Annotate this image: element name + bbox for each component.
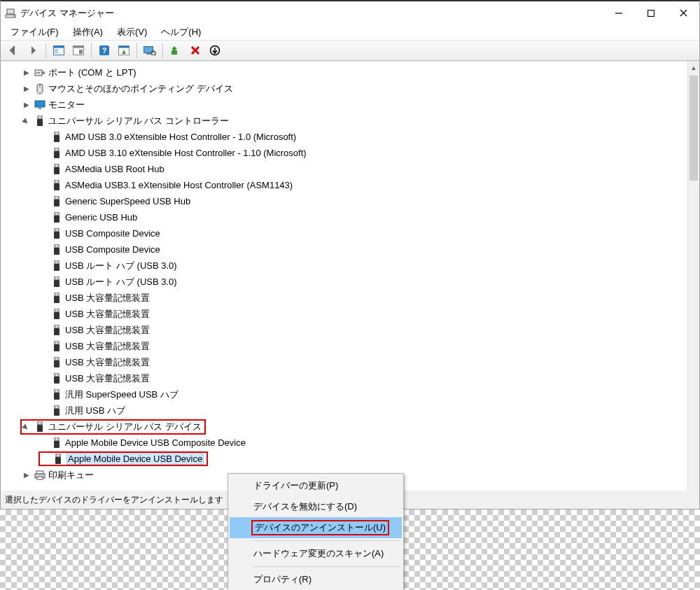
- update-driver-button[interactable]: [167, 42, 185, 59]
- tree-label: Apple Mobile Device USB Composite Device: [65, 437, 246, 448]
- close-button[interactable]: [667, 1, 699, 24]
- status-text: 選択したデバイスのドライバーをアンインストールします: [5, 494, 223, 506]
- svg-rect-74: [54, 441, 59, 448]
- tree-node-usb-child[interactable]: USB 大容量記憶装置: [6, 290, 687, 306]
- svg-rect-52: [54, 264, 59, 271]
- svg-rect-42: [54, 183, 59, 190]
- tree-node-usb-devices[interactable]: ▶ ユニバーサル シリアル バス デバイス: [6, 419, 687, 435]
- tree-node-usb-controllers[interactable]: ▶ ユニバーサル シリアル バス コントローラー: [6, 113, 687, 129]
- window-controls: [603, 1, 699, 24]
- tree-label: ポート (COM と LPT): [48, 66, 136, 79]
- svg-rect-47: [55, 228, 59, 232]
- svg-rect-31: [35, 101, 45, 107]
- svg-rect-33: [38, 115, 42, 119]
- tree-node-apple-composite[interactable]: Apple Mobile Device USB Composite Device: [6, 435, 687, 451]
- scan-hardware-button[interactable]: [141, 42, 159, 59]
- tree-node-usb-child[interactable]: Generic SuperSpeed USB Hub: [6, 193, 687, 209]
- ctx-uninstall-device[interactable]: デバイスのアンインストール(U): [230, 517, 402, 538]
- menu-action[interactable]: 操作(A): [66, 24, 110, 40]
- refresh-button[interactable]: [69, 42, 88, 59]
- svg-rect-71: [38, 421, 42, 425]
- chevron-down-icon: ▶: [20, 114, 34, 128]
- svg-rect-75: [56, 454, 60, 457]
- tree-node-usb-child[interactable]: USB 大容量記憶装置: [6, 306, 687, 322]
- ctx-update-driver[interactable]: ドライバーの更新(P): [230, 475, 402, 496]
- maximize-button[interactable]: [635, 1, 667, 24]
- ctx-disable-device[interactable]: デバイスを無効にする(D): [230, 496, 402, 517]
- ctx-scan-hardware[interactable]: ハードウェア変更のスキャン(A): [230, 543, 402, 564]
- tree-node-usb-child[interactable]: USB ルート ハブ (USB 3.0): [6, 258, 687, 274]
- svg-rect-53: [55, 276, 59, 280]
- svg-rect-55: [55, 293, 59, 296]
- svg-rect-19: [146, 53, 150, 55]
- tree-node-apple-device-selected[interactable]: Apple Mobile Device USB Device: [6, 451, 687, 467]
- tree-node-usb-child[interactable]: 汎用 SuperSpeed USB ハブ: [6, 386, 687, 402]
- vertical-scrollbar[interactable]: ▲ ▼: [687, 62, 699, 509]
- menu-view[interactable]: 表示(V): [110, 24, 154, 40]
- properties-button[interactable]: [115, 42, 133, 59]
- disable-device-button[interactable]: [206, 42, 224, 59]
- tree-node-usb-child[interactable]: AMD USB 3.0 eXtensible Host Controller -…: [6, 129, 687, 145]
- tree-node-usb-child[interactable]: USB Composite Device: [6, 241, 687, 258]
- tree-label: ユニバーサル シリアル バス コントローラー: [48, 115, 229, 127]
- help-button[interactable]: ?: [95, 42, 113, 59]
- scrollbar-thumb[interactable]: [690, 76, 698, 181]
- ctx-label: ハードウェア変更のスキャン(A): [253, 548, 384, 559]
- tree-node-usb-child[interactable]: USB 大容量記憶装置: [6, 338, 687, 354]
- tree-node-usb-child[interactable]: Generic USB Hub: [6, 209, 687, 225]
- tree-label: 汎用 SuperSpeed USB ハブ: [65, 388, 178, 401]
- tree-node-usb-child[interactable]: USB Composite Device: [6, 225, 687, 241]
- toolbar-separator: [136, 43, 137, 58]
- svg-text:?: ?: [102, 46, 107, 55]
- svg-rect-68: [54, 393, 59, 400]
- tree-node-usb-child[interactable]: ASMedia USB3.1 eXtensible Host Controlle…: [6, 177, 687, 193]
- tree-node-monitor[interactable]: ▶ モニター: [6, 97, 687, 113]
- svg-rect-13: [79, 50, 83, 54]
- tree-node-usb-child[interactable]: USB 大容量記憶装置: [6, 322, 687, 338]
- svg-point-28: [38, 72, 40, 73]
- tree-label: USB 大容量記憶装置: [65, 356, 150, 369]
- svg-rect-29: [42, 71, 45, 74]
- tree-label: Generic SuperSpeed USB Hub: [65, 196, 190, 206]
- tree-label: AMD USB 3.0 eXtensible Host Controller -…: [65, 132, 296, 142]
- usb-icon: [34, 421, 46, 433]
- tree-node-usb-child[interactable]: USB 大容量記憶装置: [6, 354, 687, 370]
- svg-rect-69: [55, 405, 59, 409]
- tree-label: 汎用 USB ハブ: [65, 405, 125, 417]
- svg-rect-72: [37, 425, 43, 432]
- tree-node-usb-child[interactable]: 汎用 USB ハブ: [6, 402, 687, 419]
- toolbar-separator: [162, 43, 163, 58]
- toolbar: ?: [1, 40, 699, 61]
- tree-label: ASMedia USB3.1 eXtensible Host Controlle…: [65, 180, 293, 190]
- svg-rect-49: [55, 244, 59, 248]
- mouse-icon: [34, 83, 46, 94]
- usb-icon: [51, 341, 62, 352]
- nav-back-button[interactable]: [4, 42, 22, 59]
- svg-rect-63: [55, 357, 59, 360]
- uninstall-device-button[interactable]: [186, 42, 204, 59]
- svg-point-2: [13, 15, 15, 17]
- tree-node-usb-child[interactable]: USB 大容量記憶装置: [6, 370, 687, 386]
- menu-help[interactable]: ヘルプ(H): [154, 24, 208, 40]
- menu-file[interactable]: ファイル(F): [4, 24, 66, 40]
- svg-rect-10: [55, 52, 58, 52]
- ctx-properties[interactable]: プロパティ(R): [230, 569, 402, 590]
- tree-node-usb-child[interactable]: AMD USB 3.10 eXtensible Host Controller …: [6, 145, 687, 161]
- tree-node-ports[interactable]: ▶ ポート (COM と LPT): [6, 64, 687, 80]
- svg-rect-37: [55, 148, 59, 151]
- minimize-button[interactable]: [603, 1, 635, 24]
- show-hide-console-tree-button[interactable]: [50, 42, 68, 59]
- usb-icon: [51, 180, 62, 191]
- svg-rect-73: [55, 437, 59, 441]
- svg-rect-44: [54, 199, 59, 206]
- tree-label: USB Composite Device: [65, 228, 160, 239]
- tree-node-mouse[interactable]: ▶ マウスとそのほかのポインティング デバイス: [6, 80, 687, 97]
- svg-rect-38: [54, 151, 59, 158]
- ctx-label: デバイスのアンインストール(U): [255, 522, 386, 533]
- device-tree[interactable]: ▶ ポート (COM と LPT) ▶ マウスとそのほかのポインティング デバイ…: [1, 62, 687, 509]
- tree-node-usb-child[interactable]: USB ルート ハブ (USB 3.0): [6, 274, 687, 290]
- scroll-up-icon[interactable]: ▲: [688, 62, 699, 73]
- tree-node-usb-child[interactable]: ASMedia USB Root Hub: [6, 161, 687, 177]
- ctx-label: ドライバーの更新(P): [253, 480, 338, 491]
- nav-forward-button[interactable]: [24, 42, 42, 59]
